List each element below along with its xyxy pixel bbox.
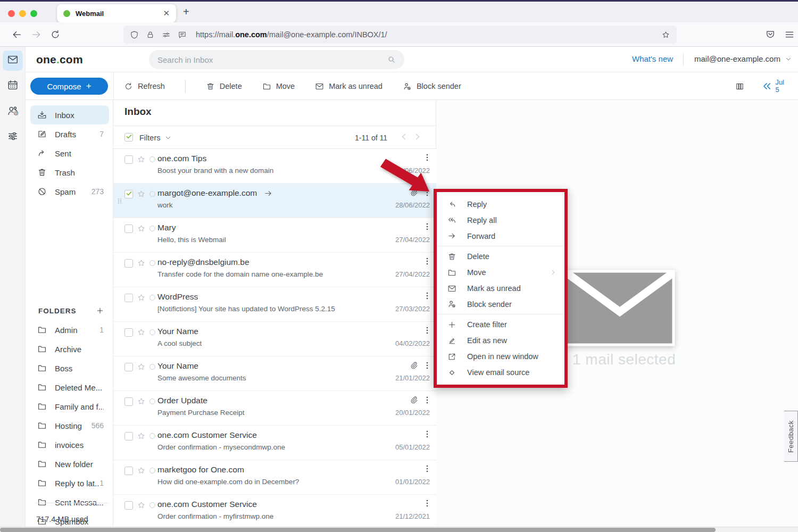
email-checkbox[interactable] (124, 363, 133, 371)
feedback-tab[interactable]: Feedback (784, 411, 798, 462)
context-menu-item[interactable]: Mark as unread (437, 280, 564, 296)
row-kebab-menu-icon[interactable] (423, 361, 431, 370)
date-indicator[interactable]: Jul5 (775, 79, 784, 94)
context-menu-item[interactable]: Reply (437, 196, 564, 212)
email-row[interactable]: one.com Customer Service Order confirmat… (113, 426, 436, 460)
menu-hamburger-icon[interactable] (784, 29, 795, 40)
move-button[interactable]: Move (262, 82, 295, 91)
page-prev-icon[interactable] (399, 132, 409, 142)
row-kebab-menu-icon[interactable] (423, 396, 431, 404)
select-all-checkbox[interactable] (124, 133, 133, 142)
email-checkbox[interactable] (124, 190, 133, 198)
reload-icon[interactable] (50, 29, 61, 40)
folder-item[interactable]: New folder (30, 454, 109, 473)
context-menu-item[interactable]: View email source (437, 364, 564, 380)
email-checkbox[interactable] (124, 397, 133, 406)
folder-item[interactable]: Reply to lat... 1 (30, 473, 109, 493)
email-checkbox[interactable] (124, 155, 133, 164)
pocket-icon[interactable] (765, 29, 776, 40)
email-row[interactable]: Your Name Some awesome documents 21/01/2… (113, 356, 436, 391)
context-menu-item[interactable]: Delete (437, 248, 564, 264)
page-next-icon[interactable] (413, 132, 422, 142)
read-status-icon[interactable] (148, 294, 156, 302)
star-icon[interactable] (137, 397, 146, 406)
email-checkbox[interactable] (124, 294, 133, 302)
star-icon[interactable] (137, 189, 146, 198)
read-status-icon[interactable] (148, 259, 156, 267)
folder-item[interactable]: Family and f... (30, 397, 109, 416)
page-message-icon[interactable] (178, 30, 187, 39)
sidebar-item[interactable]: Spam 273 (30, 182, 109, 201)
read-status-icon[interactable] (148, 155, 156, 163)
email-checkbox[interactable] (124, 225, 133, 233)
tab-close-icon[interactable]: ✕ (163, 9, 170, 18)
rail-mail-button[interactable] (3, 51, 23, 71)
star-icon[interactable] (137, 328, 146, 337)
email-checkbox[interactable] (124, 328, 133, 337)
star-icon[interactable] (137, 501, 146, 510)
mark-unread-button[interactable]: Mark as unread (315, 82, 383, 91)
shield-icon[interactable] (130, 30, 139, 39)
email-row[interactable]: WordPress [Notifictions] Your site has u… (113, 287, 436, 322)
whats-new-link[interactable]: What's new (632, 54, 673, 63)
email-row[interactable]: Order Update Payment Purchase Receipt 20… (113, 391, 436, 426)
collapse-panel-icon[interactable] (761, 81, 772, 92)
context-menu-item[interactable]: Edit as new (437, 332, 564, 348)
read-status-icon[interactable] (148, 397, 156, 405)
row-kebab-menu-icon[interactable] (423, 464, 431, 473)
email-row[interactable]: one.com Customer Service Order confirmat… (113, 495, 436, 529)
read-status-icon[interactable] (148, 328, 156, 336)
sidebar-item[interactable]: Inbox (30, 105, 109, 124)
search-input[interactable] (157, 55, 387, 64)
folder-item[interactable]: Deleted Me... (30, 378, 109, 397)
row-kebab-menu-icon[interactable] (423, 257, 431, 265)
browser-tab[interactable]: Webmail ✕ (57, 4, 176, 22)
read-status-icon[interactable] (148, 225, 156, 232)
context-menu-item[interactable]: Block sender (437, 296, 564, 314)
compose-button[interactable]: Compose+ (30, 78, 108, 95)
context-menu-item[interactable]: Move (437, 264, 564, 280)
star-icon[interactable] (137, 259, 146, 268)
read-status-icon[interactable] (148, 467, 156, 475)
folder-item[interactable]: Archive (30, 339, 109, 359)
folder-item[interactable]: invoices (30, 435, 109, 454)
permissions-icon[interactable] (162, 30, 171, 39)
window-maximize-button[interactable] (30, 10, 37, 17)
search-bar[interactable] (149, 50, 404, 69)
rail-contacts-button[interactable]: @ (3, 102, 23, 122)
email-row[interactable]: Your Name A cool subject 04/02/2022 (113, 322, 436, 356)
email-checkbox[interactable] (124, 432, 133, 440)
bookmark-star-icon[interactable] (661, 30, 670, 39)
star-icon[interactable] (137, 155, 146, 164)
star-icon[interactable] (137, 431, 146, 440)
rail-settings-button[interactable] (3, 127, 23, 147)
folder-item[interactable]: Boss (30, 359, 109, 378)
new-tab-button[interactable]: + (183, 6, 189, 18)
filters-dropdown[interactable]: Filters (139, 134, 172, 142)
back-icon[interactable] (12, 29, 22, 40)
sidebar-item[interactable]: Trash (30, 163, 109, 182)
context-menu-item[interactable]: Forward (437, 228, 564, 246)
star-icon[interactable] (137, 362, 146, 371)
scrollbar-thumb[interactable] (0, 528, 716, 532)
window-minimize-button[interactable] (19, 10, 26, 17)
context-menu-item[interactable]: Open in new window (437, 348, 564, 364)
star-icon[interactable] (137, 466, 146, 475)
star-icon[interactable] (137, 224, 146, 233)
row-kebab-menu-icon[interactable] (423, 499, 431, 508)
block-sender-button[interactable]: Block sender (403, 82, 461, 91)
lock-icon[interactable] (146, 30, 155, 39)
star-icon[interactable] (137, 293, 146, 302)
email-row[interactable]: Mary Hello, this is Webmail 27/04/2022 (113, 218, 436, 253)
read-status-icon[interactable] (148, 190, 156, 198)
forward-icon[interactable] (31, 29, 41, 40)
rail-calendar-button[interactable] (3, 76, 23, 96)
add-folder-button[interactable] (96, 306, 104, 315)
drag-handle-icon[interactable] (117, 196, 123, 206)
row-kebab-menu-icon[interactable] (423, 222, 431, 231)
context-menu-item[interactable]: Create filter (437, 317, 564, 332)
context-menu-item[interactable]: Reply all (437, 212, 564, 228)
read-status-icon[interactable] (148, 501, 156, 509)
refresh-button[interactable]: Refresh (124, 82, 165, 91)
delete-button[interactable]: Delete (206, 82, 242, 91)
